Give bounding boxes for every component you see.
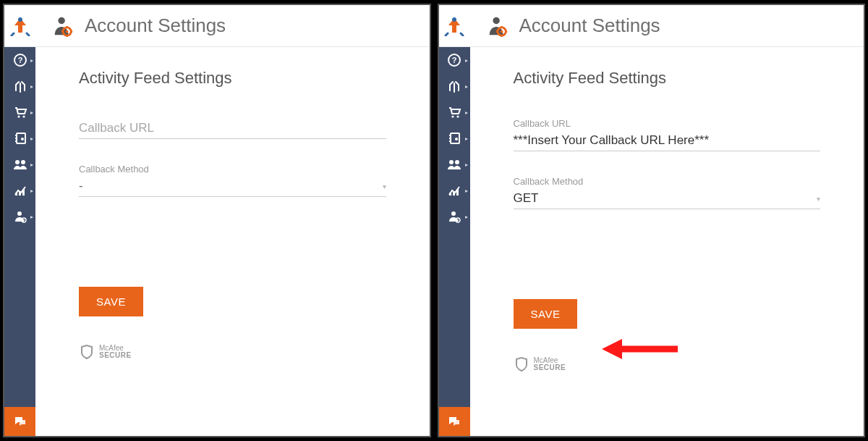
app-logo[interactable]: [439, 5, 470, 47]
sidebar-item-team[interactable]: [4, 151, 35, 177]
settings-form: Activity Feed Settings Callback Method -…: [35, 47, 430, 436]
svg-text:?: ?: [452, 56, 457, 64]
route-logo-icon: [444, 16, 464, 36]
title-bar: Account Settings: [470, 5, 864, 47]
callback-method-field: Callback Method - ▾: [79, 164, 386, 197]
mcafee-shield-icon: [514, 356, 529, 372]
page-title: Account Settings: [519, 14, 660, 37]
callback-method-label: Callback Method: [514, 176, 821, 187]
sidebar-item-orders[interactable]: [4, 99, 35, 125]
sidebar-item-account[interactable]: [4, 203, 35, 230]
svg-rect-9: [15, 193, 17, 196]
section-heading: Activity Feed Settings: [514, 69, 821, 88]
mcafee-badge[interactable]: McAfee SECURE: [79, 344, 386, 360]
main-area: Account Settings Activity Feed Settings …: [35, 5, 430, 436]
user-gear-icon: [447, 209, 461, 224]
user-gear-icon: [13, 209, 27, 224]
sidebar-item-address-book[interactable]: [439, 125, 470, 151]
team-icon: [12, 157, 28, 172]
svg-point-30: [451, 211, 456, 216]
svg-point-4: [22, 115, 25, 117]
sidebar-item-help[interactable]: ?: [4, 47, 35, 73]
title-bar: Account Settings: [35, 5, 430, 47]
chat-button[interactable]: [4, 407, 35, 436]
routes-arrows-icon: [447, 79, 461, 93]
help-circle-icon: ?: [447, 53, 461, 67]
route-logo-icon: [10, 16, 30, 36]
page-title: Account Settings: [85, 14, 226, 37]
svg-text:?: ?: [17, 56, 22, 64]
callback-method-value: GET: [514, 191, 539, 206]
svg-point-6: [21, 138, 24, 140]
team-icon: [446, 157, 462, 172]
svg-rect-11: [22, 189, 25, 196]
svg-rect-23: [451, 133, 459, 143]
sidebar-item-help[interactable]: ?: [439, 47, 470, 73]
mcafee-badge[interactable]: McAfee SECURE: [514, 356, 821, 372]
svg-rect-10: [19, 191, 21, 196]
svg-point-25: [449, 160, 454, 164]
routes-arrows-icon: [13, 79, 27, 93]
svg-point-12: [17, 211, 22, 216]
svg-rect-5: [17, 133, 25, 143]
mcafee-text: McAfee SECURE: [99, 345, 132, 359]
chat-bubbles-icon: [13, 414, 27, 429]
sidebar-item-address-book[interactable]: [4, 125, 35, 151]
sidebar-item-analytics[interactable]: [439, 177, 470, 203]
svg-point-8: [21, 160, 25, 164]
chat-button[interactable]: [439, 407, 470, 436]
svg-point-33: [493, 17, 499, 23]
sidebar-item-orders[interactable]: [439, 99, 470, 125]
sidebar-rail: ?: [439, 5, 470, 436]
svg-point-18: [452, 17, 456, 22]
svg-point-14: [23, 219, 25, 221]
app-logo[interactable]: [4, 5, 35, 47]
svg-point-17: [66, 30, 69, 33]
address-book-icon: [13, 131, 27, 146]
main-area: Account Settings Activity Feed Settings …: [470, 5, 864, 436]
sidebar-item-routes[interactable]: [4, 73, 35, 99]
shopping-cart-icon: [447, 105, 461, 119]
callback-method-field: Callback Method GET ▾: [514, 176, 821, 209]
callback-method-select[interactable]: - ▾: [79, 176, 386, 197]
callback-url-input[interactable]: [79, 118, 386, 139]
chevron-down-icon: ▾: [817, 195, 820, 203]
svg-rect-29: [456, 189, 459, 196]
chat-bubbles-icon: [447, 414, 461, 429]
svg-point-24: [455, 138, 458, 140]
analytics-icon: [13, 183, 27, 198]
account-settings-icon: [486, 14, 509, 38]
sidebar-rail: ?: [4, 5, 35, 436]
sidebar-item-team[interactable]: [439, 151, 470, 177]
callback-url-field: Callback URL: [514, 118, 821, 151]
address-book-icon: [447, 131, 461, 146]
sidebar-item-account[interactable]: [439, 203, 470, 230]
svg-point-7: [15, 160, 20, 164]
section-heading: Activity Feed Settings: [79, 69, 386, 88]
after-panel: ? Account Settings: [438, 4, 866, 437]
callback-url-field: [79, 118, 386, 139]
callback-url-label: Callback URL: [514, 118, 821, 129]
help-circle-icon: ?: [13, 53, 27, 67]
callback-url-input[interactable]: [514, 130, 821, 151]
svg-point-3: [17, 115, 20, 117]
save-button[interactable]: SAVE: [79, 287, 143, 316]
svg-point-21: [451, 115, 454, 117]
chevron-down-icon: ▾: [383, 182, 386, 190]
svg-point-22: [456, 115, 459, 117]
svg-point-35: [500, 30, 503, 33]
svg-point-32: [457, 219, 459, 221]
svg-point-26: [455, 160, 459, 164]
svg-rect-27: [449, 193, 451, 196]
callback-method-label: Callback Method: [79, 164, 386, 175]
save-button[interactable]: SAVE: [514, 299, 578, 329]
callback-method-value: -: [79, 179, 83, 193]
sidebar-item-analytics[interactable]: [4, 177, 35, 203]
sidebar-item-routes[interactable]: [439, 73, 470, 99]
callback-method-select[interactable]: GET ▾: [514, 188, 821, 209]
svg-point-0: [18, 17, 22, 22]
mcafee-text: McAfee SECURE: [534, 357, 566, 371]
svg-rect-28: [453, 191, 455, 196]
svg-point-15: [58, 17, 64, 23]
shopping-cart-icon: [13, 105, 27, 119]
